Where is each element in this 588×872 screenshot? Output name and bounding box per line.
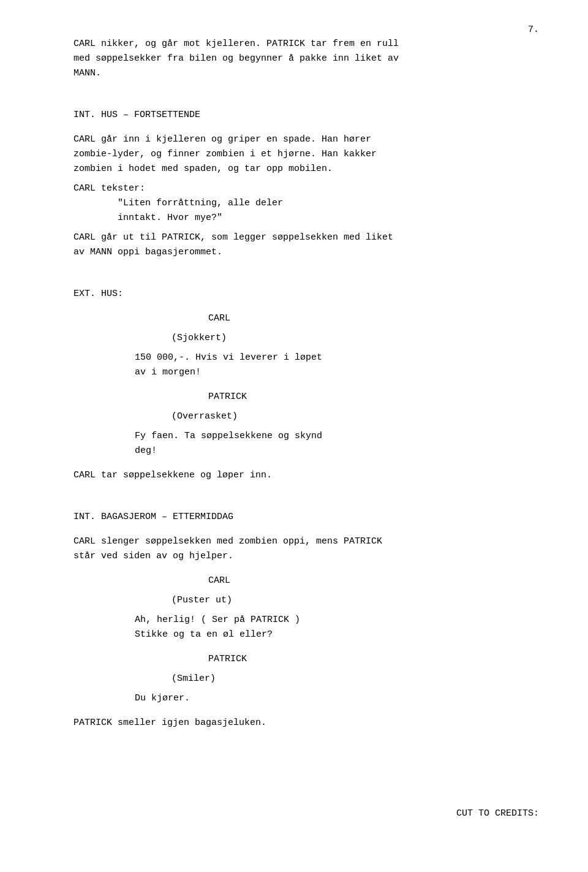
- carl2-dialogue: Ah, herlig! ( Ser på PATRICK ) Stikke og…: [135, 613, 478, 642]
- carl1-character-name: CARL: [208, 311, 539, 326]
- patrick2-dialogue: Du kjører.: [135, 691, 478, 706]
- transition: CUT TO CREDITS:: [74, 806, 539, 821]
- scene2-heading: EXT. HUS:: [74, 287, 539, 301]
- closing-action: PATRICK smeller igjen bagasjeluken.: [74, 716, 539, 730]
- scene1-action1: CARL går inn i kjelleren og griper en sp…: [74, 132, 539, 176]
- patrick2-character-name: PATRICK: [208, 652, 539, 667]
- scene3-heading: INT. BAGASJEROM – ETTERMIDDAG: [74, 510, 539, 525]
- script-content: CARL nikker, og går mot kjelleren. PATRI…: [74, 37, 539, 821]
- patrick1-character-name: PATRICK: [208, 390, 539, 404]
- scene3-action: CARL slenger søppelsekken med zombien op…: [74, 534, 539, 564]
- scene2-action: CARL tar søppelsekkene og løper inn.: [74, 468, 539, 483]
- screenplay-page: 7. CARL nikker, og går mot kjelleren. PA…: [0, 0, 588, 872]
- patrick1-dialogue: Fy faen. Ta søppelsekkene og skynd deg!: [135, 429, 478, 458]
- opening-action: CARL nikker, og går mot kjelleren. PATRI…: [74, 37, 539, 81]
- patrick2-parenthetical: (Smiler): [172, 672, 539, 686]
- scene1-heading: INT. HUS – FORTSETTENDE: [74, 108, 539, 123]
- page-number: 7.: [528, 25, 539, 35]
- carl2-parenthetical: (Puster ut): [172, 593, 539, 608]
- carl1-dialogue: 150 000,-. Hvis vi leverer i løpet av i …: [135, 351, 478, 380]
- scene1-action2: CARL tekster: "Liten forråttning, alle d…: [74, 181, 539, 226]
- carl2-character-name: CARL: [208, 574, 539, 588]
- patrick1-parenthetical: (Overrasket): [172, 409, 539, 424]
- scene1-action3: CARL går ut til PATRICK, som legger søpp…: [74, 230, 539, 260]
- carl1-parenthetical: (Sjokkert): [172, 331, 539, 346]
